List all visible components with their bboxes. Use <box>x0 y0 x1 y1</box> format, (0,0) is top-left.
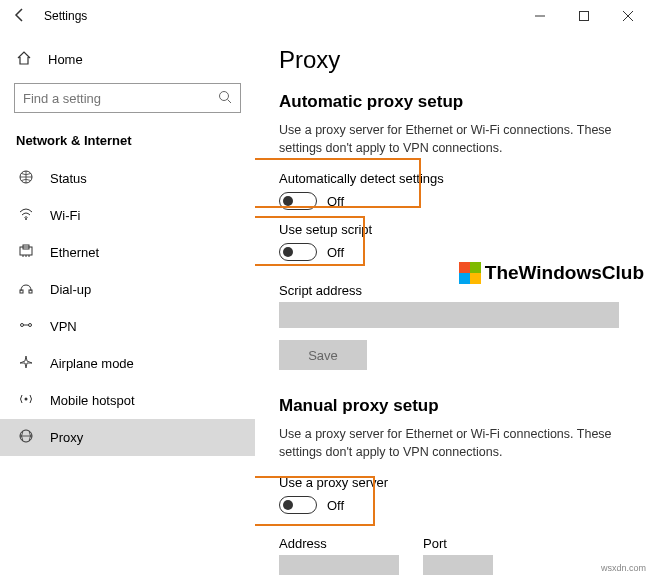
auto-detect-toggle[interactable] <box>279 192 317 210</box>
sidebar-item-proxy[interactable]: Proxy <box>0 419 255 456</box>
sidebar-item-ethernet[interactable]: Ethernet <box>0 234 255 271</box>
dialup-icon <box>16 280 36 299</box>
wifi-icon <box>16 206 36 225</box>
auto-detect-state: Off <box>327 194 344 209</box>
airplane-icon <box>16 354 36 373</box>
sidebar-group-header: Network & Internet <box>0 127 255 160</box>
svg-point-18 <box>25 398 28 401</box>
setup-script-toggle[interactable] <box>279 243 317 261</box>
auto-detect-block: Automatically detect settings Off <box>279 171 444 210</box>
minimize-button[interactable] <box>518 0 562 32</box>
sidebar-item-label: Wi-Fi <box>50 208 80 223</box>
sidebar-item-label: Ethernet <box>50 245 99 260</box>
vpn-icon <box>16 317 36 336</box>
svg-point-4 <box>220 91 229 100</box>
watermark-text: TheWindowsClub <box>485 262 644 284</box>
sidebar-item-label: Airplane mode <box>50 356 134 371</box>
content-pane: Proxy Automatic proxy setup Use a proxy … <box>255 32 650 575</box>
use-proxy-label: Use a proxy server <box>279 475 388 490</box>
sidebar-item-label: Status <box>50 171 87 186</box>
sidebar-item-label: Mobile hotspot <box>50 393 135 408</box>
proxy-icon <box>16 428 36 447</box>
manual-section-desc: Use a proxy server for Ethernet or Wi-Fi… <box>279 426 639 461</box>
auto-detect-label: Automatically detect settings <box>279 171 444 186</box>
hotspot-icon <box>16 391 36 410</box>
sidebar-item-label: Proxy <box>50 430 83 445</box>
svg-point-7 <box>25 218 27 220</box>
address-label: Address <box>279 536 399 551</box>
use-proxy-state: Off <box>327 498 344 513</box>
search-input[interactable] <box>23 91 218 106</box>
sidebar-item-label: Dial-up <box>50 282 91 297</box>
sidebar-item-dialup[interactable]: Dial-up <box>0 271 255 308</box>
svg-rect-13 <box>20 290 23 293</box>
search-input-wrap[interactable] <box>14 83 241 113</box>
setup-script-state: Off <box>327 245 344 260</box>
attribution: wsxdn.com <box>601 563 646 573</box>
window-title: Settings <box>36 9 518 23</box>
back-icon[interactable] <box>12 7 36 26</box>
sidebar-item-label: VPN <box>50 319 77 334</box>
auto-section-heading: Automatic proxy setup <box>279 92 640 112</box>
svg-line-5 <box>228 99 232 103</box>
ethernet-icon <box>16 243 36 262</box>
svg-point-15 <box>21 324 24 327</box>
svg-rect-8 <box>20 247 32 255</box>
svg-rect-14 <box>29 290 32 293</box>
page-title: Proxy <box>279 46 640 74</box>
titlebar: Settings <box>0 0 650 32</box>
svg-point-16 <box>29 324 32 327</box>
use-proxy-block: Use a proxy server Off <box>279 475 388 514</box>
sidebar-home[interactable]: Home <box>0 44 255 75</box>
save-button[interactable]: Save <box>279 340 367 370</box>
script-address-input[interactable] <box>279 302 619 328</box>
setup-script-label: Use setup script <box>279 222 372 237</box>
manual-section-heading: Manual proxy setup <box>279 396 640 416</box>
watermark: TheWindowsClub <box>459 262 644 284</box>
sidebar-item-hotspot[interactable]: Mobile hotspot <box>0 382 255 419</box>
close-button[interactable] <box>606 0 650 32</box>
sidebar-item-vpn[interactable]: VPN <box>0 308 255 345</box>
auto-section-desc: Use a proxy server for Ethernet or Wi-Fi… <box>279 122 639 157</box>
sidebar: Home Network & Internet Status Wi-Fi Eth… <box>0 32 255 575</box>
address-input[interactable] <box>279 555 399 575</box>
port-label: Port <box>423 536 493 551</box>
maximize-button[interactable] <box>562 0 606 32</box>
port-input[interactable] <box>423 555 493 575</box>
svg-rect-1 <box>580 12 589 21</box>
home-icon <box>16 50 36 69</box>
globe-icon <box>16 169 36 188</box>
windows-logo-icon <box>459 262 481 284</box>
search-icon <box>218 90 232 107</box>
script-address-label: Script address <box>279 283 640 298</box>
sidebar-item-airplane[interactable]: Airplane mode <box>0 345 255 382</box>
sidebar-item-wifi[interactable]: Wi-Fi <box>0 197 255 234</box>
use-proxy-toggle[interactable] <box>279 496 317 514</box>
sidebar-home-label: Home <box>48 52 83 67</box>
setup-script-block: Use setup script Off <box>279 222 372 261</box>
sidebar-item-status[interactable]: Status <box>0 160 255 197</box>
